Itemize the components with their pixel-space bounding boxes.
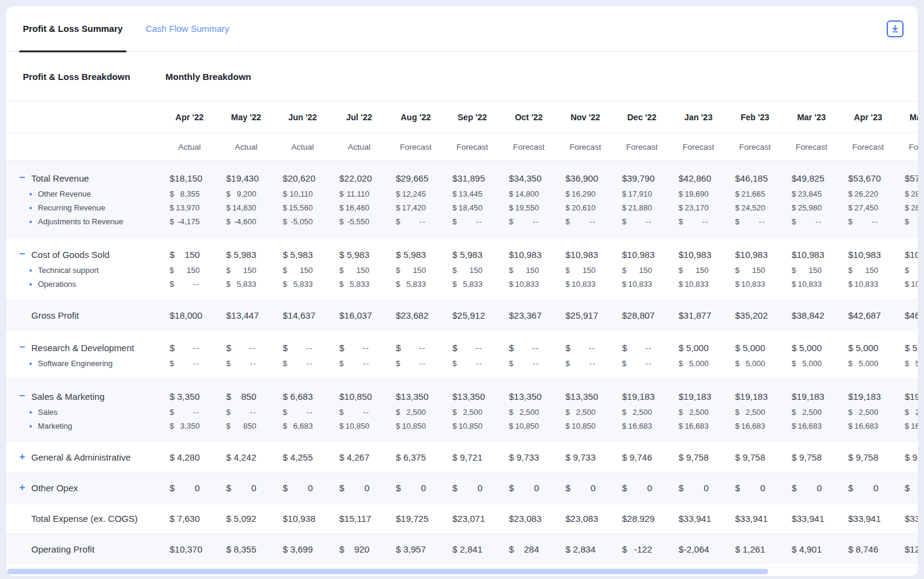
currency-symbol: $	[848, 203, 852, 212]
row-label: Sales	[38, 408, 58, 417]
value-cell: $2,834	[557, 544, 614, 554]
horizontal-scrollbar-track[interactable]	[6, 568, 918, 576]
currency-symbol: $	[679, 452, 683, 462]
currency-symbol: $	[792, 310, 796, 320]
table-body: −Total Revenue$18,150$19,430$20,620$22,0…	[6, 161, 918, 564]
collapse-minus-icon[interactable]: −	[18, 174, 26, 182]
cell-value: 0	[365, 483, 369, 493]
currency-symbol: $	[396, 343, 401, 353]
value-cell: $21,880	[614, 203, 670, 212]
cell-value: 16,683	[628, 421, 652, 430]
currency-symbol: $	[679, 483, 683, 493]
value-cell: $9,758	[783, 452, 840, 462]
value-cell: $2,500	[896, 408, 918, 417]
cell-value: 8,746	[855, 544, 878, 554]
value-cell: $2,500	[444, 408, 500, 417]
currency-symbol: $	[792, 452, 796, 462]
collapse-minus-icon[interactable]: −	[18, 343, 26, 352]
value-cell: $10,850	[557, 421, 614, 430]
value-cell: $5,000	[727, 343, 783, 353]
currency-symbol: $	[848, 513, 853, 524]
tab-profit-loss-summary[interactable]: Profit & Loss Summary	[23, 6, 123, 52]
currency-symbol: $	[622, 266, 626, 275]
expand-plus-icon[interactable]: +	[18, 453, 26, 461]
horizontal-scrollbar-thumb[interactable]	[7, 569, 768, 574]
value-cell: $33,941	[783, 513, 840, 524]
expand-plus-icon[interactable]: +	[18, 483, 26, 492]
collapse-minus-icon[interactable]: −	[18, 250, 26, 259]
value-cell: $42,687	[840, 310, 896, 320]
currency-symbol: $	[170, 483, 174, 493]
value-cell: $150	[840, 266, 896, 275]
cell-value: 28,807	[627, 310, 654, 320]
value-cell: $4,242	[218, 452, 274, 462]
download-button[interactable]	[887, 20, 904, 37]
value-cell: $5,833	[218, 280, 274, 289]
value-cell: $28,807	[614, 310, 670, 320]
value-cell: $14,830	[218, 203, 274, 212]
currency-symbol: $	[792, 513, 796, 524]
cell-value: 6,683	[293, 421, 313, 430]
cell-value: 19,183	[683, 391, 711, 402]
cell-value: 25,980	[798, 203, 822, 212]
currency-symbol: $	[679, 343, 683, 353]
cell-value: 42,860	[683, 173, 711, 183]
value-cell: $0	[896, 483, 918, 493]
value-cell: $9,721	[444, 452, 500, 462]
cell-value: 5,000	[912, 343, 918, 353]
cell-value: --	[306, 343, 313, 353]
value-cell: $19,725	[387, 513, 444, 524]
download-icon	[890, 24, 900, 34]
cell-value: 20,610	[571, 203, 596, 212]
cell-value: 4,242	[233, 452, 256, 462]
currency-symbol: $	[452, 544, 457, 554]
value-cell: $10,833	[670, 280, 727, 289]
cell-value: 10,850	[458, 421, 482, 430]
value-cell: $150	[500, 266, 557, 275]
currency-symbol: $	[679, 203, 683, 212]
value-cell: $16,290	[557, 189, 614, 198]
value-cell: $4,255	[274, 452, 331, 462]
value-cell: $27,450	[840, 203, 896, 212]
currency-symbol: $	[622, 544, 627, 554]
value-cell: $4,901	[783, 544, 840, 554]
currency-symbol: $	[396, 203, 400, 212]
value-cell: $13,350	[387, 391, 444, 402]
cell-value: -5,050	[291, 217, 313, 226]
value-cell: $14,637	[274, 310, 331, 320]
cell-value: --	[589, 359, 596, 368]
currency-symbol: $	[848, 452, 853, 462]
row-label-cell: Operating Profit	[6, 544, 161, 554]
value-cell: $57,515	[896, 173, 918, 183]
cell-value: 5,983	[403, 250, 426, 260]
currency-symbol: $	[679, 173, 683, 183]
column-type-cell: Forecast	[557, 142, 614, 152]
currency-symbol: $	[905, 280, 909, 289]
currency-symbol: $	[509, 250, 514, 260]
bullet-icon	[29, 363, 32, 365]
cell-value: --	[815, 217, 822, 226]
cell-value: 28,595	[911, 189, 918, 198]
cell-value: 10,983	[910, 250, 918, 260]
value-cell: $2,500	[840, 408, 896, 417]
cell-value: 1,261	[742, 544, 765, 554]
currency-symbol: $	[735, 421, 739, 430]
tab-cash-flow-summary[interactable]: Cash Flow Summary	[146, 6, 229, 52]
cell-value: 0	[817, 483, 822, 493]
currency-symbol: $	[622, 217, 626, 226]
cell-value: 0	[421, 483, 426, 493]
cell-value: 16,037	[344, 310, 372, 320]
currency-symbol: $	[622, 343, 627, 353]
currency-symbol: $	[283, 280, 287, 289]
cell-value: --	[419, 359, 426, 368]
value-cell: $0	[670, 483, 727, 493]
row-label-cell: Total Expense (ex. COGS)	[6, 513, 161, 524]
month-header-cell: Nov '22	[557, 112, 614, 122]
currency-symbol: $	[339, 483, 344, 493]
collapse-minus-icon[interactable]: −	[18, 392, 26, 400]
currency-symbol: $	[283, 189, 287, 198]
currency-symbol: $	[848, 421, 852, 430]
currency-symbol: $	[509, 217, 513, 226]
cell-value: 20,620	[288, 173, 315, 183]
cell-value: 150	[865, 266, 878, 275]
